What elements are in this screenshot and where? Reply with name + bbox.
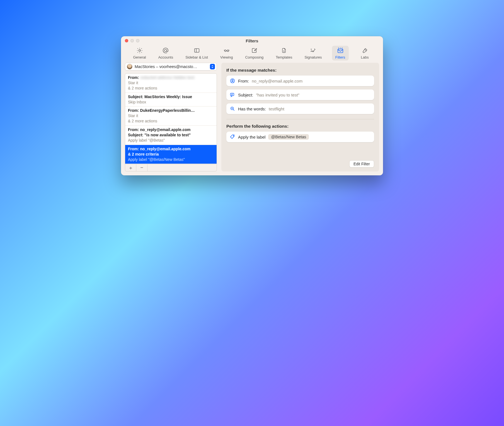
svg-point-7 — [232, 80, 233, 81]
svg-point-3 — [224, 50, 226, 52]
filter-criteria: From: DukeEnergyPaperlessBillin… — [128, 108, 214, 113]
filter-action: Star it — [128, 80, 214, 86]
filter-criteria: From: redacted address hidden text — [128, 75, 214, 80]
tab-label: Signatures — [304, 55, 322, 59]
condition-words[interactable]: Has the words: testflight — [226, 103, 374, 114]
content-area: MacStories – voorhees@macsto… From: reda… — [121, 63, 383, 175]
condition-label: Has the words: — [238, 106, 266, 111]
minimize-window-button[interactable] — [130, 39, 134, 42]
account-avatar — [127, 64, 132, 69]
svg-point-10 — [233, 135, 234, 136]
filter-row[interactable]: From: DukeEnergyPaperlessBillin… Star it… — [125, 106, 217, 126]
filter-list-footer: ＋ − — [125, 164, 217, 171]
filter-list: From: redacted address hidden text Star … — [125, 73, 217, 164]
tab-label: General — [133, 55, 146, 59]
condition-value: "has invited you to test" — [256, 93, 299, 97]
condition-subject[interactable]: Subject: "has invited you to test" — [226, 89, 374, 100]
action-label: Apply the label — [238, 135, 265, 139]
condition-value: testflight — [269, 106, 284, 111]
matches-heading: If the message matches: — [226, 68, 374, 73]
svg-point-0 — [139, 50, 140, 51]
tab-labs[interactable]: Labs — [357, 46, 373, 60]
titlebar: Filters — [121, 36, 383, 45]
tab-composing[interactable]: Composing — [243, 46, 266, 60]
condition-label: Subject: — [238, 93, 253, 97]
filter-criteria-2: Subject: "is now available to test" — [128, 132, 214, 138]
section-divider — [226, 119, 374, 119]
condition-value: no_reply@email.apple.com — [252, 79, 302, 83]
filter-action-extra: & 2 more actions — [128, 86, 214, 91]
filter-row-selected[interactable]: From: no_reply@email.apple.com & 2 more … — [125, 145, 217, 164]
filter-action: Apply label "@Betas" — [128, 138, 214, 143]
account-selector[interactable]: MacStories – voorhees@macsto… — [125, 63, 217, 71]
tab-general[interactable]: General — [131, 46, 148, 60]
remove-filter-button[interactable]: − — [136, 164, 147, 171]
filter-action-extra: & 2 more actions — [128, 118, 214, 124]
svg-point-6 — [231, 79, 235, 83]
account-name: MacStories – voorhees@macsto… — [135, 64, 208, 69]
filter-criteria-2: & 2 more criteria — [128, 152, 214, 157]
tab-signatures[interactable]: Signatures — [302, 46, 324, 60]
tab-label: Labs — [361, 55, 369, 59]
filter-action: Star it — [128, 113, 214, 118]
preferences-toolbar: General Accounts Sidebar & List Viewing … — [121, 45, 383, 63]
plus-icon: ＋ — [128, 164, 133, 171]
gear-icon — [136, 47, 143, 54]
tab-label: Composing — [245, 55, 263, 59]
window-title: Filters — [121, 38, 383, 43]
tab-label: Accounts — [158, 55, 173, 59]
updown-chevron-icon — [210, 64, 215, 69]
compose-icon — [251, 47, 258, 54]
minus-icon: − — [140, 165, 143, 171]
glasses-icon — [223, 47, 230, 54]
tab-filters[interactable]: Filters — [332, 46, 349, 60]
magnifying-glass-icon — [230, 106, 235, 112]
preferences-window: Filters General Accounts Sidebar & List … — [121, 36, 383, 175]
tag-icon — [230, 134, 235, 140]
filter-action: Apply label "@Betas/New Betas" — [128, 157, 214, 162]
action-apply-label[interactable]: Apply the label @Betas/New Betas — [226, 132, 374, 142]
filter-criteria: From: no_reply@email.apple.com — [128, 127, 214, 132]
filters-icon — [337, 47, 344, 54]
filter-criteria: Subject: MacStories Weekly: Issue — [128, 94, 214, 100]
filters-sidebar: MacStories – voorhees@macsto… From: reda… — [125, 63, 217, 171]
condition-from[interactable]: From: no_reply@email.apple.com — [226, 76, 374, 86]
filter-criteria: From: no_reply@email.apple.com — [128, 146, 214, 152]
zoom-window-button[interactable] — [136, 39, 139, 42]
tab-viewing[interactable]: Viewing — [218, 46, 235, 60]
svg-rect-2 — [194, 49, 199, 52]
person-circle-icon — [230, 78, 235, 84]
filter-row[interactable]: From: redacted address hidden text Star … — [125, 74, 217, 93]
document-icon — [280, 47, 288, 54]
signature-icon — [309, 47, 317, 54]
edit-filter-button[interactable]: Edit Filter — [349, 160, 374, 168]
tab-sidebar-list[interactable]: Sidebar & List — [183, 46, 210, 60]
add-filter-button[interactable]: ＋ — [125, 164, 136, 171]
tab-accounts[interactable]: Accounts — [156, 46, 175, 60]
svg-rect-5 — [338, 49, 343, 53]
traffic-lights — [125, 39, 139, 42]
tab-label: Filters — [335, 55, 345, 59]
tab-label: Sidebar & List — [185, 55, 208, 59]
filter-row[interactable]: Subject: MacStories Weekly: Issue Skip I… — [125, 93, 217, 107]
sidebar-icon — [193, 47, 200, 54]
actions-heading: Perform the following actions: — [226, 124, 374, 129]
at-sign-icon — [162, 47, 169, 54]
condition-label: From: — [238, 79, 249, 83]
svg-point-1 — [164, 49, 167, 52]
filter-action: Skip Inbox — [128, 100, 214, 105]
close-window-button[interactable] — [125, 39, 128, 42]
filter-detail-panel: If the message matches: From: no_reply@e… — [221, 63, 379, 171]
tab-label: Templates — [276, 55, 292, 59]
chat-bubble-icon — [230, 92, 235, 98]
filter-row[interactable]: From: no_reply@email.apple.com Subject: … — [125, 126, 217, 145]
labs-icon — [361, 47, 369, 54]
tab-label: Viewing — [220, 55, 233, 59]
svg-point-4 — [227, 50, 229, 52]
svg-rect-8 — [231, 93, 234, 96]
tab-templates[interactable]: Templates — [273, 46, 294, 60]
label-chip: @Betas/New Betas — [268, 134, 309, 140]
